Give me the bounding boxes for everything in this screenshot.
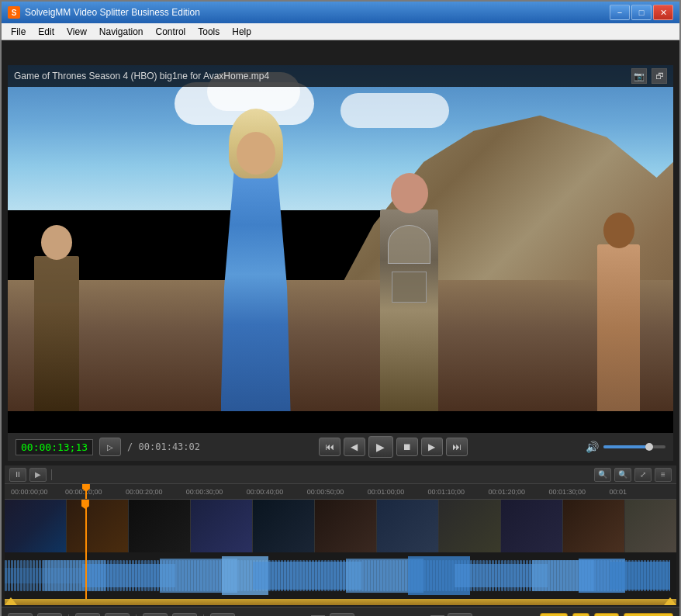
- thumbnail-6: [377, 500, 439, 552]
- thumbnail-2: [129, 500, 191, 552]
- close-button[interactable]: ✕: [653, 5, 673, 20]
- fit-button[interactable]: ⤢: [634, 468, 652, 482]
- current-time-display: 00:00:13;13: [16, 439, 93, 455]
- svg-rect-13: [610, 562, 670, 590]
- window-title: SolveigMM Video Splitter Business Editio…: [25, 7, 610, 18]
- ruler-mark-8: 00:01:20;00: [489, 488, 526, 496]
- volume-fill: [603, 445, 647, 448]
- thumbs-down-button[interactable]: 👎: [105, 613, 130, 617]
- video-title-bar: Game of Thrones Season 4 (HBO) big1ne fo…: [8, 65, 673, 87]
- trim-button[interactable]: Trim: [624, 613, 673, 617]
- prev-frame-button[interactable]: ⏮: [319, 438, 340, 456]
- selection-left-marker[interactable]: [5, 597, 17, 605]
- timeline-pause-button[interactable]: ⏸: [9, 468, 26, 482]
- thumbnail-3: [191, 500, 253, 552]
- menu-tools[interactable]: Tools: [192, 24, 226, 40]
- more-options-button[interactable]: ≡: [655, 468, 672, 482]
- timeline-ruler: 00:00:00;00 00:00:10;00 00:00:20;00 00:0…: [5, 484, 676, 500]
- video-title-icons: 📷 🗗: [631, 68, 667, 84]
- stop-button[interactable]: ⏹: [396, 438, 418, 456]
- waveform-track[interactable]: [5, 552, 676, 599]
- start-time-group: ⊲ 00:00:00:00 ▲ ▼: [210, 613, 325, 617]
- menu-bar: File Edit View Navigation Control Tools …: [2, 23, 679, 40]
- step-back-button[interactable]: ◀: [344, 438, 365, 456]
- thumbnail-10: [625, 500, 676, 552]
- redo-button[interactable]: ↑: [37, 613, 62, 617]
- bottom-toolbar: ↑ ↑ 👍 👎 ✎ 🔊 ⊲ 00:00:00:00 ▲ ▼ ▶| 00:01:4…: [2, 607, 679, 616]
- film-button[interactable]: 🎞: [540, 613, 568, 617]
- thumbs-up-button[interactable]: 👍: [75, 613, 100, 617]
- ruler-mark-7: 00:01:10;00: [428, 488, 465, 496]
- minimize-button[interactable]: −: [610, 5, 630, 20]
- volume-knob[interactable]: [645, 443, 653, 451]
- flag-button[interactable]: ⚑: [594, 613, 619, 617]
- menu-view[interactable]: View: [60, 24, 93, 40]
- ruler-mark-6: 00:01:00;00: [368, 488, 405, 496]
- selection-bar[interactable]: [5, 599, 676, 605]
- timeline-section: ⏸ ▶ 🔍 🔍 ⤢ ≡ 00:00:00;00 00:00:10;00 00:0…: [2, 464, 679, 607]
- svg-rect-7: [253, 562, 361, 590]
- zoom-in-button[interactable]: 🔍: [594, 468, 611, 482]
- ruler-mark-5: 00:00:50;00: [307, 488, 344, 496]
- ruler-mark-2: 00:00:20;00: [126, 488, 163, 496]
- start-marker-button[interactable]: ⊲: [210, 613, 235, 617]
- window-mode-button[interactable]: 🗗: [652, 68, 667, 84]
- menu-navigation[interactable]: Navigation: [93, 24, 150, 40]
- ruler-mark-4: 00:00:40;00: [247, 488, 284, 496]
- thumbnail-9: [563, 500, 625, 552]
- thumbnail-5: [315, 500, 377, 552]
- ruler-mark-3: 00:00:30;00: [186, 488, 223, 496]
- total-time-display: / 00:01:43:02: [127, 441, 200, 452]
- end-marker-button[interactable]: ⊳: [448, 613, 472, 617]
- window-controls: − □ ✕: [610, 5, 673, 20]
- thumbnail-7: [439, 500, 501, 552]
- volume-slider[interactable]: [603, 445, 665, 448]
- app-window: S SolveigMM Video Splitter Business Edit…: [0, 0, 681, 616]
- end-time-group: ▶| 00:01:43:02 ▲ ▼ ⊳: [330, 613, 472, 617]
- thumbnail-8: [501, 500, 563, 552]
- waveform-playhead: [85, 552, 87, 599]
- film-up-button[interactable]: ▲: [572, 613, 589, 617]
- ruler-mark-9: 00:01:30;00: [548, 488, 586, 496]
- expand-time-button[interactable]: ▷: [99, 438, 121, 456]
- ruler-mark-10: 00:01: [609, 488, 627, 496]
- undo-button[interactable]: ↑: [8, 613, 33, 617]
- menu-file[interactable]: File: [5, 24, 32, 40]
- waveform-bars: [5, 556, 670, 595]
- menu-help[interactable]: Help: [226, 24, 258, 40]
- video-container: Game of Thrones Season 4 (HBO) big1ne fo…: [8, 65, 673, 461]
- selection-right-marker[interactable]: [664, 597, 676, 605]
- step-forward-button[interactable]: ▶: [421, 438, 443, 456]
- edit-button[interactable]: ✎: [143, 613, 168, 617]
- thumbnail-track[interactable]: [5, 500, 676, 552]
- waveform-svg: [5, 552, 676, 599]
- ruler-mark-0: 00:00:00;00: [11, 488, 48, 496]
- title-bar: S SolveigMM Video Splitter Business Edit…: [2, 2, 679, 23]
- next-frame-button[interactable]: ⏭: [446, 438, 468, 456]
- ruler-playhead: [85, 484, 87, 499]
- video-filename: Game of Thrones Season 4 (HBO) big1ne fo…: [14, 71, 269, 81]
- menu-control[interactable]: Control: [150, 24, 192, 40]
- audio-button[interactable]: 🔊: [172, 613, 197, 617]
- menu-edit[interactable]: Edit: [32, 24, 60, 40]
- thumbnail-1: [67, 500, 129, 552]
- timeline-toolbar: ⏸ ▶ 🔍 🔍 ⤢ ≡: [5, 465, 676, 484]
- playback-bar: 00:00:13;13 ▷ / 00:01:43:02 ⏮ ◀ ▶ ⏹ ▶ ⏭ …: [8, 433, 673, 461]
- thumbnail-4: [253, 500, 315, 552]
- play-controls: ⏮ ◀ ▶ ⏹ ▶ ⏭: [319, 436, 468, 458]
- video-outer: Game of Thrones Season 4 (HBO) big1ne fo…: [2, 40, 679, 464]
- video-frame[interactable]: [8, 65, 673, 411]
- zoom-out-button[interactable]: 🔍: [614, 468, 631, 482]
- play-button[interactable]: ▶: [368, 436, 393, 458]
- end-nav-button[interactable]: ▶|: [330, 613, 354, 617]
- volume-area: 🔊: [586, 441, 665, 453]
- thumbnail-0: [5, 500, 67, 552]
- volume-icon: 🔊: [586, 441, 599, 453]
- toolbar-separator-1: [51, 469, 52, 480]
- maximize-button[interactable]: □: [631, 5, 652, 20]
- selection-fill: [5, 599, 676, 605]
- timeline-play-button[interactable]: ▶: [29, 468, 47, 482]
- screenshot-button[interactable]: 📷: [631, 68, 647, 84]
- app-icon: S: [8, 6, 20, 19]
